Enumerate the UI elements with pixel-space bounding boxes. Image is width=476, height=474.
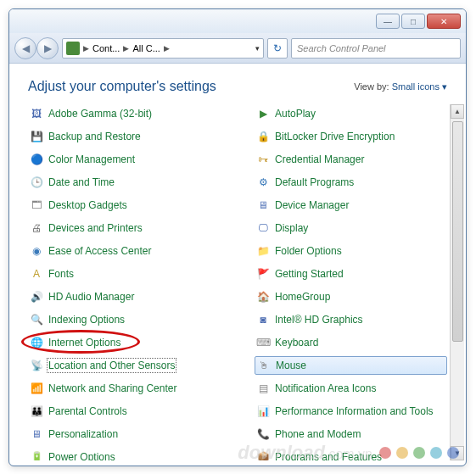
- nav-back-button[interactable]: ◀: [14, 37, 36, 59]
- cp-item-label[interactable]: Location and Other Sensors: [48, 360, 175, 371]
- indexing-options-icon: 🔍: [30, 313, 43, 326]
- cp-item-notification-area-icons[interactable]: ▤Notification Area Icons: [255, 379, 447, 398]
- cp-item-devices-and-printers[interactable]: 🖨Devices and Printers: [28, 219, 221, 237]
- cp-item-folder-options[interactable]: 📁Folder Options: [255, 242, 447, 260]
- cp-item-indexing-options[interactable]: 🔍Indexing Options: [28, 310, 221, 329]
- cp-item-label[interactable]: Power Options: [48, 451, 115, 460]
- header: Adjust your computer's settings View by:…: [9, 64, 466, 104]
- ease-of-access-center-icon: ◉: [30, 244, 43, 258]
- cp-item-getting-started[interactable]: 🚩Getting Started: [255, 265, 447, 283]
- cp-item-label[interactable]: Fonts: [48, 268, 74, 280]
- cp-item-adobe-gamma-32-bit[interactable]: 🖼Adobe Gamma (32-bit): [28, 104, 221, 123]
- close-button[interactable]: ✕: [427, 14, 461, 29]
- breadcrumb[interactable]: ▶ Cont... ▶ All C... ▶ ▾: [62, 38, 264, 59]
- cp-item-label[interactable]: Mouse: [276, 360, 306, 371]
- scroll-up-button[interactable]: ▲: [451, 104, 464, 119]
- control-panel-window: — □ ✕ ◀ ▶ ▶ Cont... ▶ All C... ▶ ▾ ↻ Sea…: [8, 8, 467, 466]
- cp-item-label[interactable]: Phone and Modem: [275, 428, 361, 440]
- cp-item-keyboard[interactable]: ⌨Keyboard: [255, 333, 447, 352]
- cp-item-label[interactable]: HD Audio Manager: [48, 291, 134, 303]
- cp-item-date-and-time[interactable]: 🕒Date and Time: [28, 173, 221, 192]
- maximize-button[interactable]: □: [401, 14, 425, 29]
- cp-item-label[interactable]: Color Management: [48, 153, 135, 165]
- search-input[interactable]: Search Control Panel: [291, 38, 461, 59]
- cp-item-performance-information-and-tools[interactable]: 📊Performance Information and Tools: [255, 402, 447, 421]
- notification-area-icons-icon: ▤: [256, 382, 270, 395]
- cp-item-label[interactable]: AutoPlay: [275, 108, 316, 120]
- cp-item-label[interactable]: Ease of Access Center: [48, 245, 151, 257]
- cp-item-display[interactable]: 🖵Display: [255, 219, 447, 237]
- watermark-dot: [396, 447, 408, 459]
- phone-and-modem-icon: 📞: [256, 427, 270, 441]
- cp-item-device-manager[interactable]: 🖥Device Manager: [255, 196, 447, 215]
- breadcrumb-item[interactable]: Cont...: [92, 43, 120, 53]
- cp-item-mouse[interactable]: 🖱Mouse: [255, 356, 447, 375]
- scroll-thumb[interactable]: [452, 121, 463, 342]
- cp-item-hd-audio-manager[interactable]: 🔊HD Audio Manager: [28, 287, 221, 306]
- cp-item-default-programs[interactable]: ⚙Default Programs: [255, 173, 447, 192]
- cp-item-ease-of-access-center[interactable]: ◉Ease of Access Center: [28, 242, 221, 260]
- cp-item-label[interactable]: Indexing Options: [48, 314, 125, 326]
- cp-item-parental-controls[interactable]: 👪Parental Controls: [28, 402, 221, 421]
- date-and-time-icon: 🕒: [30, 176, 43, 189]
- cp-item-label[interactable]: Devices and Printers: [48, 222, 143, 234]
- cp-item-label[interactable]: Backup and Restore: [48, 131, 141, 142]
- cp-item-label[interactable]: Getting Started: [275, 268, 344, 280]
- watermark-text: download: [238, 442, 325, 463]
- intel-hd-graphics-icon: ◙: [256, 313, 270, 326]
- watermark-dot: [413, 447, 425, 459]
- fonts-icon: A: [30, 267, 43, 281]
- cp-item-label[interactable]: Adobe Gamma (32-bit): [48, 108, 152, 120]
- cp-item-power-options[interactable]: 🔋Power Options: [28, 448, 221, 460]
- cp-item-label[interactable]: Desktop Gadgets: [48, 199, 127, 211]
- cp-item-label[interactable]: Device Manager: [275, 199, 349, 211]
- cp-item-location-and-other-sensors[interactable]: 📡Location and Other Sensors: [28, 356, 221, 375]
- watermark: download.com.vn: [238, 442, 459, 464]
- refresh-button[interactable]: ↻: [267, 38, 288, 59]
- cp-item-homegroup[interactable]: 🏠HomeGroup: [255, 287, 447, 306]
- cp-item-label[interactable]: Notification Area Icons: [275, 382, 376, 394]
- cp-item-label[interactable]: Folder Options: [275, 245, 342, 257]
- cp-item-label[interactable]: Date and Time: [48, 176, 115, 188]
- mouse-icon: 🖱: [257, 359, 271, 372]
- cp-item-label[interactable]: BitLocker Drive Encryption: [275, 131, 395, 142]
- cp-item-backup-and-restore[interactable]: 💾Backup and Restore: [28, 127, 221, 146]
- scrollbar[interactable]: ▲ ▼: [450, 104, 464, 460]
- watermark-dot: [430, 447, 442, 459]
- cp-item-color-management[interactable]: 🔵Color Management: [28, 150, 221, 169]
- minimize-button[interactable]: —: [376, 14, 400, 29]
- cp-item-fonts[interactable]: AFonts: [28, 265, 221, 283]
- breadcrumb-dropdown[interactable]: ▾: [255, 44, 260, 53]
- power-options-icon: 🔋: [30, 450, 43, 460]
- cp-item-phone-and-modem[interactable]: 📞Phone and Modem: [255, 425, 447, 443]
- cp-item-label[interactable]: Parental Controls: [48, 405, 127, 417]
- cp-item-network-and-sharing-center[interactable]: 📶Network and Sharing Center: [28, 379, 221, 398]
- cp-item-autoplay[interactable]: ▶AutoPlay: [255, 104, 447, 123]
- cp-item-label[interactable]: Display: [275, 222, 308, 234]
- nav-forward-button[interactable]: ▶: [36, 37, 59, 59]
- cp-item-label[interactable]: HomeGroup: [275, 291, 330, 303]
- cp-item-desktop-gadgets[interactable]: 🗔Desktop Gadgets: [28, 196, 221, 215]
- cp-item-intel-hd-graphics[interactable]: ◙Intel® HD Graphics: [255, 310, 447, 329]
- cp-item-label[interactable]: Performance Information and Tools: [275, 405, 434, 417]
- cp-item-credential-manager[interactable]: 🗝Credential Manager: [255, 150, 447, 169]
- cp-item-label[interactable]: Keyboard: [275, 337, 318, 349]
- cp-item-label[interactable]: Internet Options: [48, 337, 120, 349]
- homegroup-icon: 🏠: [256, 290, 270, 304]
- breadcrumb-item[interactable]: All C...: [132, 43, 160, 53]
- cp-item-personalization[interactable]: 🖥Personalization: [28, 425, 221, 443]
- cp-item-bitlocker-drive-encryption[interactable]: 🔒BitLocker Drive Encryption: [255, 127, 447, 146]
- watermark-suffix: .com.vn: [325, 447, 372, 461]
- viewby-dropdown[interactable]: Small icons ▾: [392, 81, 447, 92]
- cp-item-label[interactable]: Credential Manager: [275, 153, 364, 165]
- cp-item-label[interactable]: Intel® HD Graphics: [275, 314, 363, 326]
- hd-audio-manager-icon: 🔊: [30, 290, 43, 304]
- items-column-right: ▶AutoPlay🔒BitLocker Drive Encryption🗝Cre…: [255, 104, 447, 460]
- cp-item-internet-options[interactable]: 🌐Internet Options: [28, 333, 221, 352]
- adobe-gamma-32-bit-icon: 🖼: [30, 107, 43, 120]
- viewby-label: View by:: [354, 81, 389, 92]
- cp-item-label[interactable]: Personalization: [48, 428, 118, 440]
- cp-item-label[interactable]: Default Programs: [275, 176, 354, 188]
- parental-controls-icon: 👪: [30, 404, 43, 418]
- cp-item-label[interactable]: Network and Sharing Center: [48, 382, 176, 394]
